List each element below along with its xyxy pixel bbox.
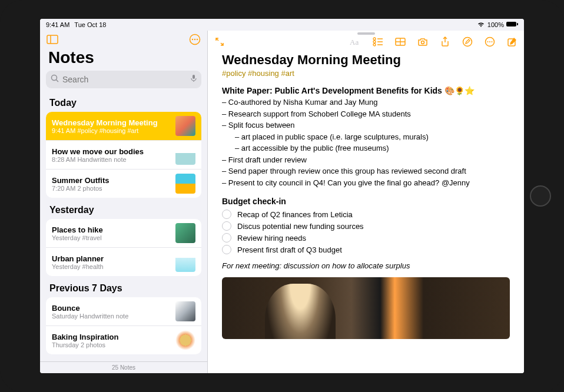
checklist-label: Review hiring needs [237, 234, 306, 242]
search-icon [51, 74, 59, 85]
svg-point-12 [373, 38, 376, 40]
note-item[interactable]: How we move our bodies 8:28 AM Handwritt… [46, 141, 201, 170]
svg-point-25 [489, 41, 490, 42]
note-line: – Co-authored by Nisha Kumar and Jay Mun… [222, 97, 510, 108]
note-item[interactable]: Summer Outfits 7:20 AM 2 photos [46, 170, 201, 198]
note-title: Wednesday Morning Meeting [222, 52, 510, 68]
svg-point-22 [463, 38, 472, 46]
note-line: – Present to city council in Q4! Can you… [222, 177, 510, 189]
screen: 9:41 AM Tue Oct 18 100% [40, 19, 524, 373]
note-line: – art placed in public space (i.e. large… [222, 131, 510, 143]
note-tags[interactable]: #policy #housing #art [222, 69, 510, 78]
note-item[interactable]: Places to hike Yesterday #travel [46, 219, 201, 248]
checkbox-icon[interactable] [222, 245, 231, 254]
note-item[interactable]: Bounce Saturday Handwritten note [46, 297, 201, 326]
expand-button[interactable] [214, 36, 225, 48]
note-item-title: Places to hike [52, 225, 171, 234]
section-header-prev7: Previous 7 Days [46, 278, 201, 297]
camera-button[interactable] [417, 36, 429, 48]
note-item-subtitle: 7:20 AM 2 photos [52, 185, 171, 192]
home-button[interactable] [530, 185, 551, 207]
note-item-subtitle: 9:41 AM #policy #housing #art [52, 127, 171, 134]
search-input[interactable] [62, 75, 187, 84]
format-text-button[interactable]: Aa [350, 36, 361, 48]
svg-point-24 [487, 41, 489, 42]
note-checklist: Recap of Q2 finances from Leticia Discus… [222, 208, 510, 255]
note-image[interactable] [222, 277, 510, 339]
checkbox-icon[interactable] [222, 233, 231, 242]
sidebar: Notes Today [40, 31, 208, 373]
ipad-frame: 9:41 AM Tue Oct 18 100% [0, 0, 564, 392]
note-item-title: Baking Inspiration [52, 333, 171, 341]
note-line: – First draft under review [222, 154, 510, 166]
svg-rect-10 [193, 75, 195, 79]
svg-point-7 [197, 39, 198, 40]
note-item-subtitle: 8:28 AM Handwritten note [52, 156, 171, 163]
svg-text:Aa: Aa [350, 38, 359, 46]
svg-point-14 [373, 41, 376, 43]
note-item-subtitle: Thursday 2 photos [52, 341, 171, 348]
note-item[interactable]: Wednesday Morning Meeting 9:41 AM #polic… [46, 112, 201, 141]
note-item[interactable]: Baking Inspiration Thursday 2 photos [46, 326, 201, 354]
svg-point-8 [52, 75, 57, 81]
more-options-button[interactable] [188, 33, 201, 46]
table-button[interactable] [394, 36, 406, 48]
share-button[interactable] [439, 36, 451, 48]
note-item-subtitle: Yesterday #travel [52, 234, 171, 241]
checkbox-icon[interactable] [222, 210, 231, 219]
note-line: – art accessible by the public (free mus… [222, 142, 510, 154]
checklist-label: Present first draft of Q3 budget [237, 245, 342, 254]
note-item-title: Wednesday Morning Meeting [52, 118, 171, 127]
sidebar-toggle-button[interactable] [46, 33, 59, 46]
main-pane: Aa [208, 31, 524, 373]
checklist-item[interactable]: Review hiring needs [222, 232, 510, 244]
note-thumbnail [175, 116, 195, 136]
note-thumbnail [175, 174, 195, 194]
note-thumbnail [175, 223, 195, 243]
status-date: Tue Oct 18 [74, 21, 106, 28]
section-header-yesterday: Yesterday [46, 200, 201, 219]
note-thumbnail [175, 145, 195, 165]
checklist-item[interactable]: Discus potential new funding sources [222, 220, 510, 232]
note-item[interactable]: Urban planner Yesterday #health [46, 248, 201, 276]
checklist-item[interactable]: Recap of Q2 finances from Leticia [222, 208, 510, 220]
svg-rect-0 [506, 22, 516, 26]
sidebar-title: Notes [40, 47, 207, 71]
note-item-subtitle: Yesterday #health [52, 263, 171, 270]
svg-point-26 [492, 41, 493, 42]
checklist-item[interactable]: Present first draft of Q3 budget [222, 244, 510, 255]
checklist-label: Discus potential new funding sources [237, 222, 364, 231]
main-toolbar: Aa [208, 35, 524, 49]
status-bar: 9:41 AM Tue Oct 18 100% [40, 19, 524, 31]
battery-percent: 100% [487, 21, 504, 28]
note-thumbnail [175, 252, 195, 272]
note-line: – Split focus between [222, 119, 510, 131]
note-section-title: White Paper: Public Art's Development Be… [222, 86, 510, 95]
note-thumbnail [175, 301, 195, 321]
note-section-title: Budget check-in [222, 197, 510, 206]
svg-rect-1 [517, 23, 518, 25]
checkbox-icon[interactable] [222, 221, 231, 231]
svg-point-6 [194, 39, 195, 40]
note-line: – Research support from Schoberl College… [222, 108, 510, 120]
note-body[interactable]: Wednesday Morning Meeting #policy #housi… [208, 49, 524, 373]
note-item-title: Bounce [52, 304, 171, 313]
mic-icon[interactable] [191, 74, 197, 85]
note-thumbnail [175, 330, 195, 350]
svg-line-9 [57, 80, 59, 82]
search-bar[interactable] [46, 71, 201, 88]
note-item-title: Summer Outfits [52, 176, 171, 185]
checklist-button[interactable] [372, 36, 384, 48]
more-button[interactable] [484, 36, 496, 48]
svg-point-21 [422, 41, 424, 44]
markup-button[interactable] [462, 36, 473, 48]
svg-rect-2 [47, 35, 58, 44]
compose-button[interactable] [506, 36, 518, 48]
wifi-icon [477, 21, 485, 28]
svg-point-16 [373, 44, 376, 46]
checklist-label: Recap of Q2 finances from Leticia [237, 210, 353, 219]
notes-list[interactable]: Today Wednesday Morning Meeting 9:41 AM … [40, 93, 207, 361]
status-time: 9:41 AM [46, 21, 69, 28]
note-italic-line: For next meeting: discussion on how to a… [222, 261, 510, 270]
note-item-title: Urban planner [52, 254, 171, 263]
